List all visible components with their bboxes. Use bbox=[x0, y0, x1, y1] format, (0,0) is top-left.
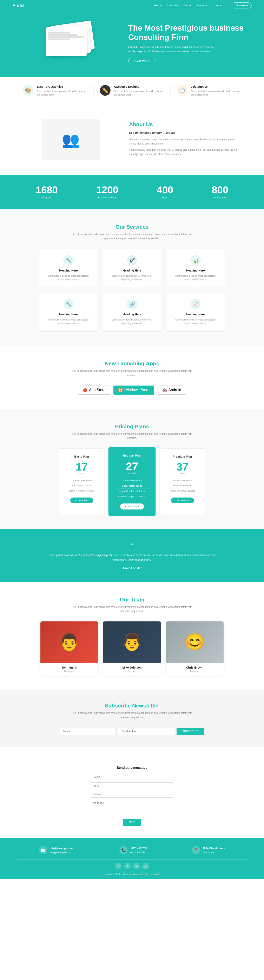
hero-content: The Most Prestigious business Consulting… bbox=[120, 24, 248, 64]
service-card-4: 🔧 Heading Here Lorem ipsum dolor sit ame… bbox=[39, 293, 98, 332]
footer-email-title: info@example.com bbox=[50, 846, 74, 850]
subscribe-name-input[interactable] bbox=[60, 728, 116, 735]
nav-services[interactable]: Services bbox=[197, 4, 208, 7]
services-desc: Sed ut perspiciatis unde omnis iste natu… bbox=[70, 232, 194, 241]
contact-email-input[interactable] bbox=[91, 783, 173, 789]
pricing-regular-features: Curabitur Elementum Suspendisse Risde Ip… bbox=[114, 478, 150, 499]
team-member-1-info: John Smith Developer bbox=[40, 663, 98, 676]
nav-logo: Field bbox=[12, 3, 24, 8]
stat-awards-label: Awards Won bbox=[212, 196, 228, 199]
service-icon-2: ✔️ bbox=[127, 255, 137, 266]
pricing-basic-price: 17 bbox=[64, 461, 99, 472]
service-title-4: Heading Here bbox=[43, 313, 93, 316]
team-member-1-name: John Smith bbox=[44, 666, 95, 669]
pricing-grid: Basic Plan 17 /month Curabitur Elementum… bbox=[16, 449, 248, 515]
contact-form-title: Send us a message bbox=[91, 766, 173, 770]
contact-subject-input[interactable] bbox=[91, 791, 173, 798]
nav-download-button[interactable]: Download bbox=[232, 2, 252, 8]
service-desc-4: Lorem ipsum dolor sit amet, consectetur … bbox=[43, 318, 93, 325]
footer-phone-title: +123 456 789 bbox=[130, 846, 147, 850]
service-desc-5: Lorem ipsum dolor sit amet, consectetur … bbox=[107, 318, 157, 325]
hero-image bbox=[21, 23, 120, 64]
hero-read-more-button[interactable]: READ MORE bbox=[128, 57, 155, 64]
subscribe-button[interactable]: SUBSCRIBE bbox=[176, 728, 204, 735]
hero-description: Curabitur vulputate vestibulum lorem. Fu… bbox=[128, 45, 215, 54]
subscribe-email-input[interactable] bbox=[118, 728, 174, 735]
subscribe-desc: Sed ut perspiciatis unde omnis iste natu… bbox=[70, 711, 194, 719]
social-linkedin-button[interactable]: in bbox=[133, 863, 140, 869]
location-icon: 📍 bbox=[192, 846, 200, 854]
social-google-button[interactable]: g+ bbox=[142, 863, 149, 869]
footer-email-sub: info@example.com bbox=[50, 851, 71, 854]
about-subtitle: Sed do eiusmod tempor ut labore bbox=[129, 130, 239, 135]
pricing-section: Pricing Plans Sed ut perspiciatis unde o… bbox=[0, 409, 264, 529]
pricing-premium-button[interactable]: Choose Plan bbox=[171, 498, 194, 503]
feature-customize-desc: Fusce sagittis, libero non molestie moll… bbox=[37, 89, 87, 96]
stat-customers: 1200 Happy Customers bbox=[96, 185, 118, 199]
subscribe-title: Subscribe Newsletter bbox=[16, 703, 248, 709]
nav-home[interactable]: Home bbox=[154, 4, 162, 7]
contact-message-input[interactable] bbox=[91, 800, 173, 816]
footer-email-text: info@example.com info@example.com bbox=[50, 846, 74, 854]
android-label: Android bbox=[168, 388, 181, 392]
team-member-2-role: Designer bbox=[106, 670, 158, 673]
android-button[interactable]: 🤖 Android bbox=[158, 385, 186, 395]
pricing-regular-button[interactable]: Choose Plan bbox=[120, 503, 144, 509]
team-member-1-photo: 👨 bbox=[40, 621, 98, 663]
footer-phone-sub: +123 456 789 bbox=[130, 851, 146, 854]
service-title-2: Heading Here bbox=[107, 269, 157, 272]
pricing-premium-price: 37 bbox=[165, 461, 200, 472]
windows-store-button[interactable]: 🪟 Windows Store bbox=[114, 385, 154, 395]
service-desc-2: Lorem ipsum dolor sit amet, consectetur … bbox=[107, 274, 157, 282]
footer-copyright: Copyright © 2024 Company Name. All right… bbox=[16, 873, 248, 875]
feature-support-desc: Fusce sagittis, libero non molestie moll… bbox=[191, 89, 241, 96]
service-icon-6: 📈 bbox=[190, 299, 201, 309]
service-icon-3: 📊 bbox=[190, 255, 201, 266]
subscribe-section: Subscribe Newsletter Sed ut perspiciatis… bbox=[0, 690, 264, 748]
service-card-6: 📈 Heading Here Lorem ipsum dolor sit ame… bbox=[166, 293, 225, 332]
social-facebook-button[interactable]: f bbox=[115, 863, 122, 869]
team-title: Our Team bbox=[16, 597, 248, 603]
hero-stack-illustration bbox=[43, 23, 97, 64]
pricing-basic-button[interactable]: Choose Plan bbox=[70, 498, 93, 503]
team-member-3-name: Chris Brown bbox=[169, 666, 220, 669]
nav-contact[interactable]: Contact Us bbox=[213, 4, 227, 7]
service-card-2: ✔️ Heading Here Lorem ipsum dolor sit am… bbox=[103, 249, 161, 288]
feature-designs-desc: Fusce sagittis, libero non molestie moll… bbox=[114, 89, 165, 96]
about-para-2: Fusce sagittis, libero non molestie moll… bbox=[129, 148, 239, 156]
team-member-3: 😊 Chris Brown Manager bbox=[166, 621, 224, 676]
service-title-6: Heading Here bbox=[171, 313, 221, 316]
apple-icon: 🍎 bbox=[83, 388, 87, 392]
team-member-2-name: Mike Johnson bbox=[106, 666, 158, 669]
contact-name-input[interactable] bbox=[91, 774, 173, 780]
footer-address-title: 1234 Street Name bbox=[203, 846, 225, 850]
stat-projects-label: Projects bbox=[36, 196, 58, 199]
stat-projects-number: 1680 bbox=[36, 185, 58, 195]
app-store-button[interactable]: 🍎 App Store bbox=[78, 385, 110, 395]
social-twitter-button[interactable]: t bbox=[124, 863, 131, 869]
service-desc-3: Lorem ipsum dolor sit amet, consectetur … bbox=[171, 274, 221, 282]
contact-section: Send us a message SEND bbox=[0, 748, 264, 838]
feature-customize-title: Easy To Customize bbox=[37, 85, 87, 88]
pricing-basic-feature-3: Ipsum Curabitur Volutpat bbox=[64, 488, 99, 493]
app-desc: Sed ut perspiciatis unde omnis iste natu… bbox=[70, 369, 194, 377]
service-card-1: 🔧 Heading Here Lorem ipsum dolor sit ame… bbox=[39, 249, 98, 288]
about-title: About Us bbox=[129, 121, 239, 127]
feature-support-text: 24/7 Support Fusce sagittis, libero non … bbox=[191, 85, 241, 96]
pricing-regular-price: 27 bbox=[114, 461, 150, 472]
nav-about[interactable]: About Us bbox=[166, 4, 178, 7]
feature-support-icon: 🕐 bbox=[177, 85, 187, 96]
windows-store-label: Windows Store bbox=[124, 388, 149, 392]
service-desc-1: Lorem ipsum dolor sit amet, consectetur … bbox=[43, 274, 93, 282]
pricing-premium: Premium Plan 37 /month Curabitur Element… bbox=[160, 449, 205, 515]
features-section: 🎨 Easy To Customize Fusce sagittis, libe… bbox=[0, 77, 264, 105]
footer-phone: 📞 +123 456 789 +123 456 789 bbox=[119, 846, 147, 854]
nav-pages[interactable]: Pages bbox=[184, 4, 192, 7]
contact-submit-button[interactable]: SEND bbox=[123, 819, 141, 826]
pricing-premium-period: /month bbox=[165, 472, 200, 475]
pricing-basic-period: /month bbox=[64, 472, 99, 475]
team-section: Our Team Sed ut perspiciatis unde omnis … bbox=[0, 582, 264, 690]
team-member-2-info: Mike Johnson Designer bbox=[103, 663, 161, 676]
feature-designs-icon: ✏️ bbox=[100, 85, 110, 96]
feature-support: 🕐 24/7 Support Fusce sagittis, libero no… bbox=[171, 85, 248, 96]
